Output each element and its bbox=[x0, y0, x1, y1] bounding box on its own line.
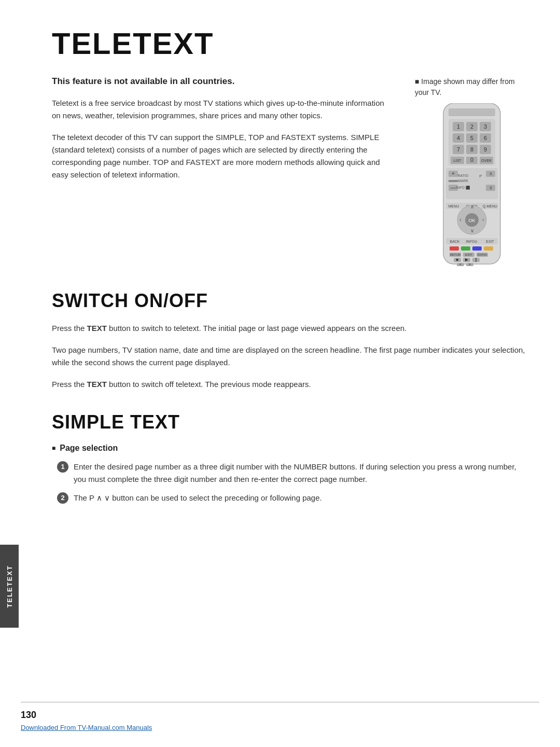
list-num-1: 1 bbox=[57, 461, 68, 473]
switch-section-heading: SWITCH ON/OFF bbox=[52, 290, 529, 312]
svg-text:OK: OK bbox=[468, 218, 475, 223]
svg-rect-59 bbox=[484, 246, 493, 251]
page-selection-heading: Page selection bbox=[52, 444, 529, 453]
svg-text:EXIT: EXIT bbox=[486, 240, 494, 243]
svg-text:BACK: BACK bbox=[450, 240, 459, 243]
switch-para3-bold: TEXT bbox=[87, 380, 107, 389]
feature-notice: This feature is not available in all cou… bbox=[52, 76, 394, 87]
switch-para-2: Two page numbers, TV station name, date … bbox=[52, 344, 529, 369]
svg-text:1: 1 bbox=[457, 123, 460, 130]
svg-text:EXIT: EXIT bbox=[465, 253, 472, 256]
svg-text:0: 0 bbox=[470, 157, 473, 163]
simple-text-list: 1 Enter the desired page number as a thr… bbox=[57, 461, 529, 504]
svg-text:LIST: LIST bbox=[454, 159, 462, 162]
svg-text:∧: ∧ bbox=[470, 204, 474, 210]
svg-rect-30 bbox=[449, 180, 458, 182]
image-caption: ■ Image shown may differ from your TV. bbox=[415, 76, 529, 98]
intro-body-1: Teletext is a free service broadcast by … bbox=[52, 97, 394, 122]
svg-text:4: 4 bbox=[457, 135, 460, 141]
svg-text:RETUR: RETUR bbox=[450, 253, 461, 256]
svg-text:›: › bbox=[482, 217, 484, 223]
sidebar-label: TELETEXT bbox=[6, 565, 13, 607]
svg-text:‹: ‹ bbox=[459, 217, 461, 223]
svg-text:+: + bbox=[452, 171, 455, 176]
intro-section: This feature is not available in all cou… bbox=[52, 76, 529, 269]
list-item: 1 Enter the desired page number as a thr… bbox=[57, 461, 529, 486]
svg-text:OVER: OVER bbox=[481, 159, 492, 162]
image-caption-square: ■ bbox=[415, 77, 421, 86]
svg-text:MARK: MARK bbox=[458, 179, 469, 183]
switch-para3-after: button to switch off teletext. The previ… bbox=[107, 380, 311, 389]
svg-rect-57 bbox=[461, 246, 470, 251]
svg-text:3: 3 bbox=[484, 123, 487, 130]
switch-para1-after: button to switch to teletext. The initia… bbox=[107, 324, 407, 333]
switch-para1-before: Press the bbox=[52, 324, 87, 333]
svg-text:▶: ▶ bbox=[465, 257, 469, 262]
intro-left: This feature is not available in all cou… bbox=[52, 76, 394, 269]
switch-para-3: Press the TEXT button to switch off tele… bbox=[52, 378, 529, 391]
svg-text:7: 7 bbox=[457, 146, 460, 153]
list-item-2-text: The P ∧ ∨ button can be used to select t… bbox=[74, 492, 322, 504]
svg-text:■: ■ bbox=[456, 257, 459, 262]
main-content: TELETEXT This feature is not available i… bbox=[21, 0, 560, 542]
switch-para1-bold: TEXT bbox=[87, 324, 107, 333]
page-number: 130 bbox=[21, 710, 539, 721]
list-num-2: 2 bbox=[57, 492, 68, 504]
svg-text:—: — bbox=[451, 185, 456, 190]
svg-rect-56 bbox=[450, 246, 459, 251]
svg-text:INFO⊙: INFO⊙ bbox=[466, 240, 478, 243]
footer-divider bbox=[21, 702, 539, 702]
switch-para3-before: Press the bbox=[52, 380, 87, 389]
page-title: TELETEXT bbox=[52, 26, 529, 61]
svg-text:RATIO: RATIO bbox=[478, 253, 487, 256]
list-item: 2 The P ∧ ∨ button can be used to select… bbox=[57, 492, 529, 504]
svg-text:6: 6 bbox=[484, 135, 487, 141]
feature-notice-heading: This feature is not available in all cou… bbox=[52, 76, 394, 87]
svg-rect-58 bbox=[472, 246, 482, 251]
sidebar-tab: TELETEXT bbox=[0, 545, 19, 628]
svg-text:8: 8 bbox=[470, 146, 473, 153]
image-caption-text: Image shown may differ from your TV. bbox=[415, 77, 515, 96]
footer: 130 Downloaded From TV-Manual.com Manual… bbox=[21, 702, 539, 731]
svg-text:∨: ∨ bbox=[470, 228, 474, 233]
remote-svg: 1 2 3 4 5 6 7 8 bbox=[438, 103, 506, 269]
footer-link[interactable]: Downloaded From TV-Manual.com Manuals bbox=[21, 724, 539, 731]
switch-para-1: Press the TEXT button to switch to telet… bbox=[52, 322, 529, 335]
svg-text:MENU: MENU bbox=[449, 204, 459, 208]
svg-text:2: 2 bbox=[470, 123, 473, 130]
svg-text:5: 5 bbox=[470, 135, 473, 141]
svg-text:»: » bbox=[469, 262, 471, 266]
svg-text:9: 9 bbox=[484, 146, 487, 153]
svg-text:‖: ‖ bbox=[475, 257, 477, 262]
svg-text:«: « bbox=[459, 262, 461, 266]
remote-illustration: 1 2 3 4 5 6 7 8 bbox=[415, 103, 529, 269]
svg-text:∨: ∨ bbox=[489, 185, 493, 190]
simple-text-heading: SIMPLE TEXT bbox=[52, 411, 529, 433]
svg-text:Q.MENU: Q.MENU bbox=[483, 204, 497, 209]
intro-right: ■ Image shown may differ from your TV. 1 bbox=[415, 76, 529, 269]
list-item-1-text: Enter the desired page number as a three… bbox=[74, 461, 529, 486]
svg-rect-1 bbox=[449, 108, 495, 116]
svg-text:INFO ⬛: INFO ⬛ bbox=[456, 185, 470, 190]
svg-text:P: P bbox=[479, 174, 482, 178]
svg-text:RATIO: RATIO bbox=[458, 174, 469, 177]
svg-text:∧: ∧ bbox=[489, 171, 493, 176]
intro-body-2: The teletext decoder of this TV can supp… bbox=[52, 131, 394, 181]
